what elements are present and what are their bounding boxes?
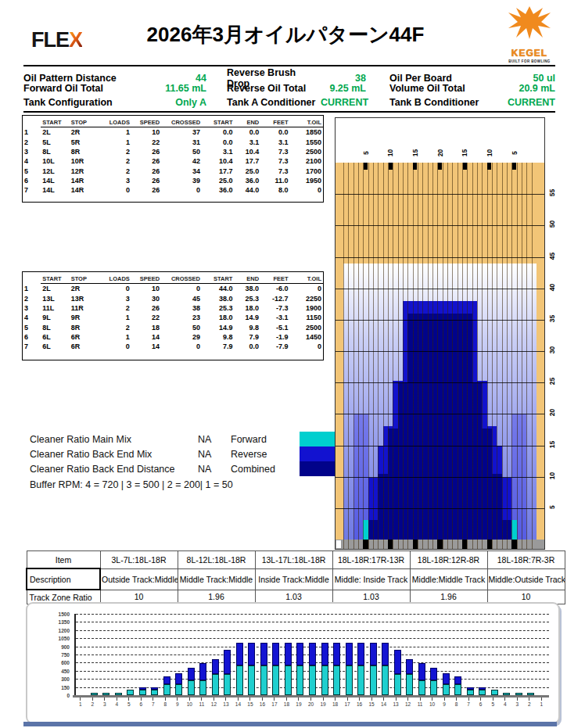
table-cell: 6	[23, 176, 41, 185]
table-cell: 3	[101, 293, 131, 303]
strip-marker	[511, 540, 516, 549]
table-cell: 39	[161, 176, 202, 185]
cleaner-ratio-section: Cleaner Ratio Main MixNAForwardCleaner R…	[30, 434, 327, 479]
table-cell: 14R	[70, 185, 102, 195]
zone-row-header[interactable]: Description	[27, 568, 100, 590]
forward-table-grid: STARTSTOPLOADSSPEEDCROSSEDSTARTENDFEETT.…	[23, 118, 323, 195]
table-cell: 0	[161, 342, 202, 351]
table-cell: 3	[102, 176, 131, 185]
x-axis-label: 20	[306, 701, 317, 707]
kegel-logo: KEGEL BUILT FOR BOWLING	[504, 5, 555, 64]
table-cell: 37	[161, 127, 202, 138]
table-cell: 2	[102, 147, 131, 156]
table-cell: 9.8	[202, 332, 234, 342]
table-cell: 2	[101, 323, 131, 332]
legend-label-reverse: Reverse	[231, 449, 267, 460]
info-label: Oil Per Board	[389, 73, 496, 84]
x-tick	[262, 698, 263, 701]
table-cell: 6	[23, 332, 41, 342]
kegel-bird-icon	[504, 5, 555, 45]
x-tick	[371, 698, 372, 701]
table-cell: 26	[131, 176, 161, 185]
x-tick	[298, 698, 299, 701]
table-cell: 45	[161, 293, 202, 303]
table-cell: 7	[23, 342, 41, 351]
column-header: STOP	[70, 118, 102, 127]
x-tick	[286, 698, 287, 701]
table-cell: 2	[101, 303, 131, 313]
x-tick	[493, 698, 493, 701]
info-label: Tank A Conditioner	[227, 97, 321, 108]
zone-cell: Middle: Inside Track	[332, 568, 410, 590]
table-cell: 25.0	[202, 176, 234, 185]
board-number-label: 15	[411, 147, 418, 160]
column-header: SPEED	[131, 118, 161, 127]
info-label: Forward Oil Total	[23, 83, 155, 94]
x-axis-label: 12	[208, 701, 219, 707]
table-row: 213L13R3304538.025.3-12.72250	[23, 293, 323, 303]
forward-pass-table: STARTSTOPLOADSSPEEDCROSSEDSTARTENDFEETT.…	[22, 115, 324, 203]
table-cell: 2L	[41, 127, 69, 138]
table-row: 614L14R3263925.036.011.01950	[23, 176, 323, 185]
distance-label-5: 5	[549, 500, 556, 513]
x-tick	[249, 698, 250, 701]
column-header: END	[234, 274, 260, 284]
table-cell: 14L	[41, 185, 69, 195]
column-header: END	[235, 118, 261, 127]
x-tick	[541, 698, 542, 701]
x-tick	[80, 698, 81, 701]
x-tick	[359, 698, 360, 701]
table-cell: 10L	[41, 156, 69, 166]
oil-per-board-chart-panel: 01503004506007509001050120013501500 1234…	[26, 602, 560, 724]
table-cell: 14	[131, 332, 161, 342]
table-cell: 7.3	[260, 156, 289, 166]
x-tick	[480, 698, 481, 701]
page-title: 2026年3月オイルパターン44F	[117, 21, 454, 48]
cleaner-label: Cleaner Ratio Main Mix	[30, 434, 198, 445]
table-cell: 17.7	[235, 156, 261, 166]
table-cell: 2	[23, 137, 41, 146]
table-cell: 2100	[289, 156, 323, 166]
table-row: 410L10R2264210.417.77.32100	[23, 156, 323, 166]
lane-top-board-markers	[343, 163, 536, 170]
info-label: Tank Configuration	[23, 97, 155, 108]
x-tick	[274, 698, 275, 701]
buffer-rpm-line: Buffer RPM: 4 = 720 | 3 = 500 | 2 = 200|…	[30, 479, 233, 490]
y-axis-label-1350: 1350	[43, 619, 70, 625]
table-cell: 2	[102, 156, 131, 166]
y-axis-label-1200: 1200	[43, 628, 70, 633]
table-cell: 31	[161, 137, 202, 146]
table-row: 311L11R2263825.318.0-7.31900	[23, 303, 323, 313]
x-tick	[238, 698, 239, 701]
table-cell: 0	[290, 284, 323, 294]
lane-top-marker	[413, 163, 417, 170]
info-value: Only A	[155, 97, 206, 108]
strip-marker	[363, 540, 368, 549]
table-cell: 38	[161, 303, 202, 313]
legend-swatch-forward	[300, 432, 335, 446]
x-axis-label: 9	[439, 701, 450, 707]
table-cell: 18.0	[202, 313, 234, 322]
table-cell: 8.0	[260, 185, 289, 195]
y-axis-label-300: 300	[43, 676, 70, 682]
x-tick	[189, 698, 190, 701]
table-cell: 12L	[41, 167, 69, 176]
table-cell: 7.9	[234, 332, 260, 342]
table-cell: 1450	[290, 332, 323, 342]
legend-label-combined: Combined	[231, 464, 275, 475]
table-cell: 6R	[70, 332, 102, 342]
x-axis-label: 16	[257, 701, 267, 707]
lane-board-label-zone: 510152015105	[336, 118, 544, 163]
table-cell: 5R	[70, 137, 102, 146]
board-number-label: 20	[436, 147, 443, 160]
page-bottom-edge	[23, 722, 557, 726]
pattern-sheet-page: FLEX 2026年3月オイルパターン44F KEGEL BUILT FOR B…	[0, 0, 567, 728]
lane-gridline-5	[336, 508, 544, 509]
x-tick	[214, 698, 214, 701]
zone-cell: Middle:Outside Track	[487, 568, 565, 590]
x-axis-label: 13	[221, 701, 231, 707]
x-tick	[444, 698, 445, 701]
x-axis-label: 15	[245, 701, 256, 707]
strip-marker	[487, 540, 492, 549]
table-cell: 1150	[290, 313, 323, 322]
